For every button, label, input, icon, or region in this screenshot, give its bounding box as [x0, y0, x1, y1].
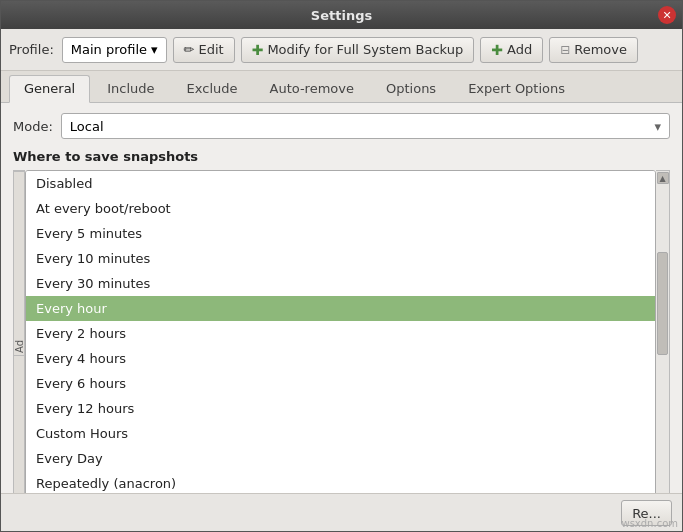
remove-label: Remove [574, 42, 627, 57]
edit-icon: ✏ [184, 42, 195, 57]
option-custom-hours[interactable]: Custom Hours [26, 421, 655, 446]
mode-select[interactable]: Local ▾ [61, 113, 670, 139]
tab-auto-remove[interactable]: Auto-remove [255, 75, 369, 102]
profile-select[interactable]: Main profile ▾ [62, 37, 167, 63]
edit-button[interactable]: ✏ Edit [173, 37, 235, 63]
option-every-10min[interactable]: Every 10 minutes [26, 246, 655, 271]
scrollbar[interactable]: ▲ ▼ [656, 170, 670, 493]
option-repeatedly[interactable]: Repeatedly (anacron) [26, 471, 655, 493]
add-button[interactable]: ✚ Add [480, 37, 543, 63]
bottom-bar: Re... [1, 493, 682, 531]
edit-label: Edit [198, 42, 223, 57]
option-every-day[interactable]: Every Day [26, 446, 655, 471]
tab-options[interactable]: Options [371, 75, 451, 102]
tab-general[interactable]: General [9, 75, 90, 103]
add-label: Add [507, 42, 532, 57]
titlebar: Settings ✕ [1, 1, 682, 29]
option-every-4h[interactable]: Every 4 hours [26, 346, 655, 371]
modify-label: Modify for Full System Backup [267, 42, 463, 57]
sc-sidebar-label: Sc [14, 355, 25, 493]
mode-arrow-icon: ▾ [654, 119, 661, 134]
tab-exclude[interactable]: Exclude [172, 75, 253, 102]
profile-label: Profile: [9, 42, 54, 57]
option-every-hour[interactable]: Every hour [26, 296, 655, 321]
chevron-down-icon: ▾ [151, 42, 158, 57]
remove-button[interactable]: ⊟ Remove [549, 37, 638, 63]
option-every-12h[interactable]: Every 12 hours [26, 396, 655, 421]
window-title: Settings [311, 8, 372, 23]
ad-sidebar-label: Ad [14, 171, 25, 355]
mode-row: Mode: Local ▾ [13, 113, 670, 139]
tab-bar: General Include Exclude Auto-remove Opti… [1, 71, 682, 103]
option-every-5min[interactable]: Every 5 minutes [26, 221, 655, 246]
mode-label: Mode: [13, 119, 53, 134]
option-every-2h[interactable]: Every 2 hours [26, 321, 655, 346]
scroll-thumb[interactable] [657, 252, 668, 355]
tab-expert-options[interactable]: Expert Options [453, 75, 580, 102]
content-area: Mode: Local ▾ Where to save snapshots Ad… [1, 103, 682, 493]
option-every-6h[interactable]: Every 6 hours [26, 371, 655, 396]
add-icon: ✚ [491, 42, 503, 58]
mode-value: Local [70, 119, 104, 134]
plus-icon: ✚ [252, 42, 264, 58]
remove-icon: ⊟ [560, 43, 570, 57]
settings-window: Settings ✕ Profile: Main profile ▾ ✏ Edi… [0, 0, 683, 532]
option-disabled[interactable]: Disabled [26, 171, 655, 196]
schedule-dropdown[interactable]: Disabled At every boot/reboot Every 5 mi… [25, 170, 656, 493]
toolbar: Profile: Main profile ▾ ✏ Edit ✚ Modify … [1, 29, 682, 71]
tab-include[interactable]: Include [92, 75, 169, 102]
scroll-up-button[interactable]: ▲ [657, 172, 669, 184]
option-every-30min[interactable]: Every 30 minutes [26, 271, 655, 296]
section-title: Where to save snapshots [13, 149, 670, 164]
option-every-boot[interactable]: At every boot/reboot [26, 196, 655, 221]
close-button[interactable]: ✕ [658, 6, 676, 24]
profile-value: Main profile [71, 42, 147, 57]
modify-button[interactable]: ✚ Modify for Full System Backup [241, 37, 475, 63]
watermark: wsxdn.com [621, 518, 678, 529]
